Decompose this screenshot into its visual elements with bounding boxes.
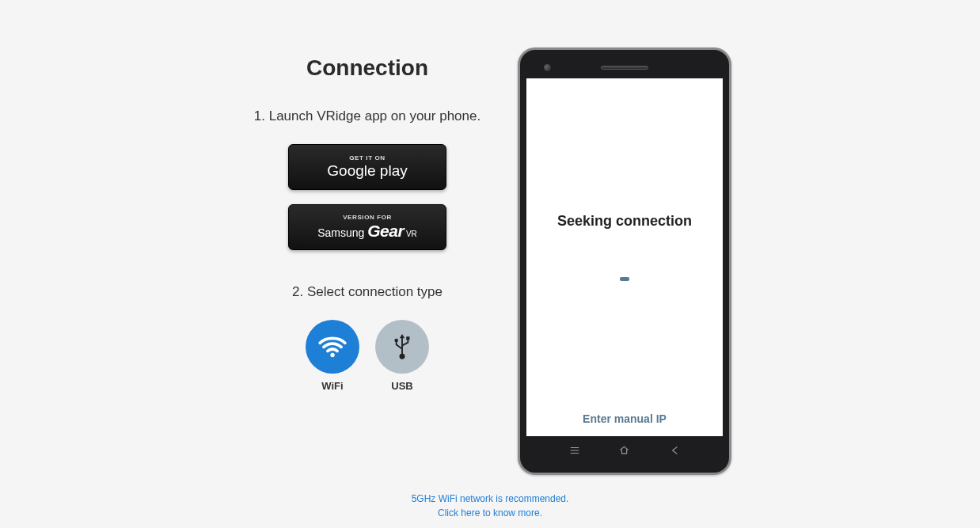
svg-point-0 [330,353,334,357]
back-icon [669,445,680,458]
menu-icon [569,445,580,458]
phone-screen: Seeking connection Enter manual IP [526,78,723,436]
usb-icon [375,320,429,374]
phone-nav-bar [526,436,723,466]
footer-note: 5GHz WiFi network is recommended. Click … [0,492,980,520]
gear-vr-button[interactable]: VERSION FOR Samsung Gear VR [288,204,446,250]
phone-speaker-icon [601,66,648,70]
svg-point-1 [400,354,405,359]
gear-vr-overline: VERSION FOR [343,214,392,221]
connection-panel: Connection 1. Launch VRidge app on your … [249,47,486,475]
wifi-label: WiFi [321,380,343,392]
connection-type-group: WiFi USB [306,320,429,392]
connection-status: Seeking connection [557,213,692,230]
gear-vr-label: Samsung Gear VR [317,222,417,241]
usb-label: USB [391,380,412,392]
phone-top-bezel [526,56,723,78]
footer-line-2[interactable]: Click here to know more. [0,506,980,520]
wifi-option[interactable]: WiFi [306,320,359,392]
google-play-button[interactable]: GET IT ON Google play [288,144,446,190]
phone-camera-icon [544,64,551,71]
home-icon [618,444,630,458]
enter-manual-ip-link[interactable]: Enter manual IP [583,412,667,425]
google-play-overline: GET IT ON [349,154,385,161]
svg-rect-3 [406,336,409,340]
usb-option[interactable]: USB [375,320,429,392]
spinner-icon [620,277,629,281]
google-play-label: Google play [327,162,407,180]
step2-text: 2. Select connection type [292,284,443,300]
page-title: Connection [306,55,428,81]
svg-point-2 [394,339,398,343]
wifi-icon [306,320,359,374]
footer-line-1[interactable]: 5GHz WiFi network is recommended. [0,492,980,506]
phone-mockup: Seeking connection Enter manual IP [518,47,731,475]
step1-text: 1. Launch VRidge app on your phone. [254,108,481,124]
